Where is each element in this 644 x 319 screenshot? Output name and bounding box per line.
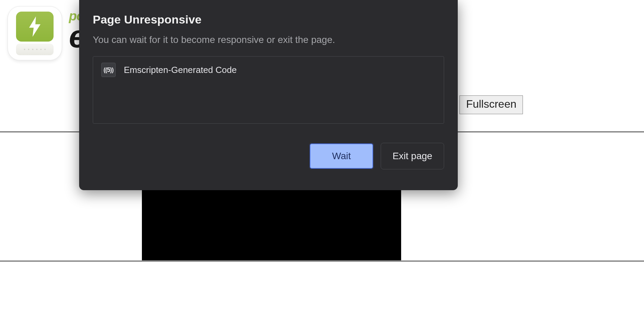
divider-bottom (0, 261, 644, 261)
bolt-icon (28, 16, 42, 37)
dialog-actions: Wait Exit page (93, 143, 444, 169)
dialog-title: Page Unresponsive (93, 13, 444, 26)
logo-tile (16, 12, 54, 42)
logo-base (16, 44, 54, 55)
unresponsive-dialog: Page Unresponsive You can wait for it to… (79, 0, 458, 190)
svg-marker-0 (29, 16, 40, 37)
exit-page-button[interactable]: Exit page (381, 143, 444, 169)
page-favicon-icon: ((5)) (101, 63, 116, 77)
wait-button[interactable]: Wait (309, 143, 374, 169)
unresponsive-page-label: Emscripten-Generated Code (124, 65, 237, 75)
dialog-page-list: ((5)) Emscripten-Generated Code (93, 56, 444, 124)
app-logo (8, 6, 62, 61)
dialog-subtitle: You can wait for it to become responsive… (93, 34, 444, 45)
unresponsive-page-item: ((5)) Emscripten-Generated Code (101, 63, 436, 77)
fullscreen-button[interactable]: Fullscreen (459, 95, 523, 114)
